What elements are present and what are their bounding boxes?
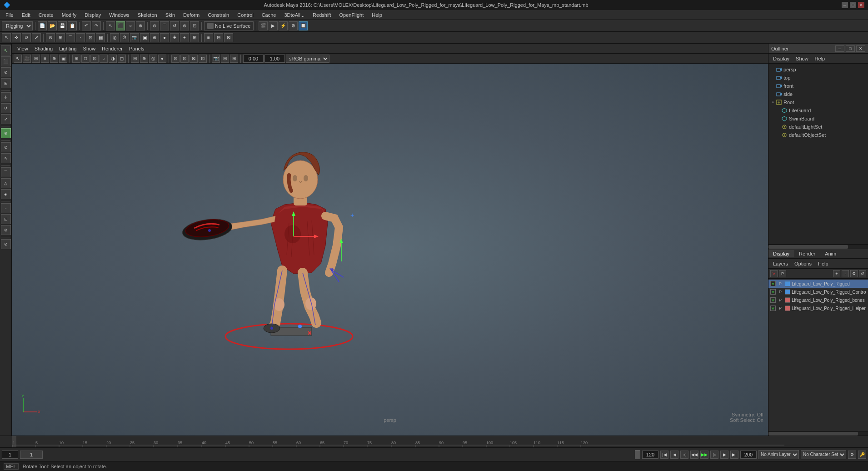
layer-p2[interactable]: P [777, 289, 783, 295]
vp-camera2-btn[interactable]: 📷 [212, 55, 220, 63]
vp-uv-btn[interactable]: ⊡ [180, 55, 189, 63]
vp-move-btn[interactable]: 🎥 [23, 55, 31, 63]
joint-btn[interactable]: ◦ [1, 203, 11, 213]
vp-scale2-btn[interactable]: ≡ [41, 55, 49, 63]
layer-scroll-thumb[interactable] [768, 432, 858, 436]
wire-btn[interactable]: ▣ [140, 33, 149, 42]
universal-manip-btn[interactable]: ⊕ [1, 128, 11, 138]
tab-render[interactable]: Render [794, 250, 820, 257]
vp-rotate2-btn[interactable]: ⊞ [32, 55, 40, 63]
menu-openflight[interactable]: OpenFlight [335, 11, 367, 19]
lasso2-btn[interactable]: ⊘ [150, 21, 159, 30]
layer-p3[interactable]: P [777, 297, 783, 303]
snap-grid-btn[interactable]: ⊞ [56, 33, 65, 42]
menu-skeleton[interactable]: Skeleton [134, 11, 161, 19]
layer-scrollbar[interactable] [768, 431, 868, 436]
loop-btn[interactable]: ↺ [170, 21, 179, 30]
curve-btn[interactable]: ⌒ [160, 21, 169, 30]
undo-btn[interactable]: ↶ [82, 21, 91, 30]
layer-v1[interactable]: V [770, 281, 776, 286]
front-expand[interactable] [770, 83, 776, 89]
plus-btn[interactable]: + [180, 33, 189, 42]
maximize-button[interactable]: □ [850, 2, 856, 8]
frame-start-input[interactable] [2, 451, 18, 459]
vp-light2-btn[interactable]: ○ [100, 55, 108, 63]
layer-transport-v[interactable]: V [770, 270, 778, 277]
skin-btn[interactable]: ⊗ [1, 225, 11, 235]
outliner-item-top[interactable]: top [768, 74, 868, 82]
menu-create[interactable]: Create [35, 11, 57, 19]
paint-select-btn[interactable]: ⬛ [1, 56, 11, 66]
outliner-minimize-btn[interactable]: ─ [835, 45, 844, 52]
menu-skin[interactable]: Skin [162, 11, 179, 19]
play-fwd-btn[interactable]: ▶▶ [700, 451, 708, 459]
menu-display[interactable]: Display [81, 11, 105, 19]
redo-btn[interactable]: ↷ [92, 21, 101, 30]
layer-row-bones[interactable]: V P Lifeguard_Low_Poly_Rigged_bones [768, 296, 868, 304]
lasso-btn[interactable]: ⬛ [116, 21, 125, 30]
menu-constrain[interactable]: Constrain [204, 11, 233, 19]
character-set-dropdown[interactable]: No Character Set [801, 450, 846, 459]
layer-new-btn[interactable]: + [833, 270, 840, 277]
snap-surface-btn[interactable]: ▦ [96, 33, 105, 42]
go-end-btn[interactable]: ▶| [730, 451, 738, 459]
channel-btn[interactable]: ⊟ [214, 33, 223, 42]
vp-paint2-btn[interactable]: ● [158, 55, 166, 63]
next-frame-btn[interactable]: ▶ [720, 451, 728, 459]
vp-grid-btn[interactable]: ⊞ [72, 55, 80, 63]
render-region-btn[interactable]: 🎬 [259, 21, 268, 30]
prev-frame-btn[interactable]: ◀ [670, 451, 678, 459]
save-as-btn[interactable]: 📋 [68, 21, 77, 30]
save-btn[interactable]: 💾 [58, 21, 67, 30]
ik-btn[interactable]: ⊡ [1, 214, 11, 224]
soft-select-btn[interactable]: ⊙ [46, 33, 55, 42]
open-btn[interactable]: 📂 [48, 21, 57, 30]
menu-modify[interactable]: Modify [58, 11, 80, 19]
go-start-btn[interactable]: |◀ [660, 451, 668, 459]
vp-manip2-btn[interactable]: ⊕ [50, 55, 58, 63]
step-btn[interactable]: ⊡ [190, 21, 199, 30]
vp-value1-input[interactable] [243, 55, 264, 63]
vp-shad-btn[interactable]: ◑ [109, 55, 117, 63]
ipr-btn[interactable]: ⚡ [279, 21, 288, 30]
ring-btn[interactable]: ⊛ [180, 21, 189, 30]
render-seq-btn[interactable]: 🔲 [299, 21, 308, 30]
vp-snap2-btn[interactable]: ⊡ [171, 55, 180, 63]
layer-p4[interactable]: P [777, 305, 783, 311]
render-settings-btn[interactable]: ⚙ [289, 21, 298, 30]
mode-dropdown[interactable]: Rigging [2, 21, 33, 30]
outliner-menu-display[interactable]: Display [770, 55, 792, 62]
vp-rivet-btn[interactable]: ⊕ [140, 55, 148, 63]
lifeguard-expand[interactable] [776, 108, 781, 113]
vp-menu-view[interactable]: View [15, 45, 31, 52]
sculpt-btn[interactable]: ∿ [1, 153, 11, 163]
side-expand[interactable] [770, 91, 776, 97]
menu-3dtoall[interactable]: 3DtoAll... [280, 11, 308, 19]
render-btn[interactable]: ▶ [269, 21, 278, 30]
soft-mod-btn[interactable]: ⊙ [1, 142, 11, 152]
frame-current-input[interactable] [20, 451, 43, 459]
rotate-btn[interactable]: ↺ [1, 103, 11, 113]
select-mode-btn[interactable]: ↖ [1, 45, 11, 55]
attr-btn[interactable]: ≡ [204, 33, 213, 42]
tab-anim[interactable]: Anim [820, 250, 841, 257]
menu-edit[interactable]: Edit [18, 11, 34, 19]
select-tool-btn[interactable]: ↖ [2, 33, 11, 42]
menu-control[interactable]: Control [234, 11, 257, 19]
outliner-scrollbar-h[interactable] [768, 244, 868, 249]
menu-windows[interactable]: Windows [105, 11, 133, 19]
play-back-btn[interactable]: ◀◀ [690, 451, 698, 459]
cross-btn[interactable]: ⊞ [190, 33, 199, 42]
snap-curve-btn[interactable]: ⌒ [66, 33, 75, 42]
misc-btn[interactable]: ⊘ [1, 239, 11, 249]
render2-btn[interactable]: ● [160, 33, 169, 42]
anim-layer-dropdown[interactable]: No Anim Layer [758, 450, 799, 459]
pivot-btn[interactable]: ◎ [110, 33, 119, 42]
objectset-expand[interactable] [776, 132, 781, 138]
layer-menu-layers[interactable]: Layers [770, 260, 791, 267]
vp-select-btn[interactable]: ↖ [14, 55, 22, 63]
vp-attr2-btn[interactable]: ⊟ [131, 55, 139, 63]
layer-row-helper[interactable]: V P Lifeguard_Low_Poly_Rigged_Helper [768, 304, 868, 312]
camera-btn[interactable]: 📷 [130, 33, 139, 42]
outliner-item-side[interactable]: side [768, 90, 868, 98]
